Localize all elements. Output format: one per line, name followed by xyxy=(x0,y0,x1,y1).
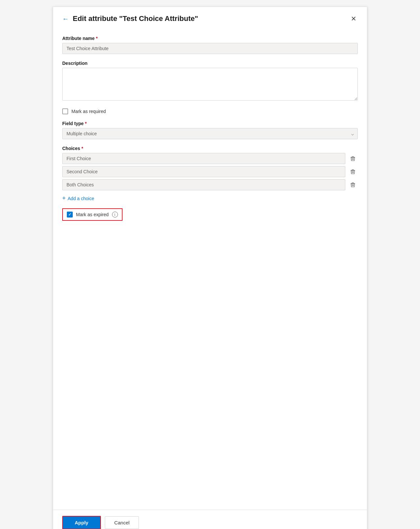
choice-input-1[interactable] xyxy=(62,153,345,164)
delete-choice-button-3[interactable] xyxy=(348,180,358,190)
field-type-label: Field type * xyxy=(62,121,358,126)
apply-button[interactable]: Apply xyxy=(62,516,101,529)
svg-rect-6 xyxy=(352,169,354,170)
checkmark-icon: ✓ xyxy=(68,212,71,217)
delete-choice-button-2[interactable] xyxy=(348,167,358,177)
description-group: Description xyxy=(62,61,358,102)
back-arrow-icon[interactable]: ← xyxy=(62,15,69,23)
mark-expired-label: Mark as expired xyxy=(76,212,109,217)
description-label: Description xyxy=(62,61,358,66)
mark-required-checkbox[interactable] xyxy=(62,108,68,114)
choice-item xyxy=(62,153,358,164)
mark-required-row: Mark as required xyxy=(62,108,358,114)
field-type-required-star: * xyxy=(85,121,86,126)
choice-input-3[interactable] xyxy=(62,179,345,190)
plus-icon: + xyxy=(62,195,66,202)
panel-footer: Apply Cancel xyxy=(53,510,367,529)
trash-icon xyxy=(350,169,356,175)
cancel-button[interactable]: Cancel xyxy=(105,516,139,529)
attribute-name-input[interactable] xyxy=(62,43,358,54)
svg-rect-1 xyxy=(352,156,354,157)
field-type-select-wrapper: Multiple choice Single choice Text Date … xyxy=(62,128,358,139)
attribute-name-group: Attribute name * xyxy=(62,36,358,54)
mark-required-label: Mark as required xyxy=(71,109,106,114)
spacer xyxy=(62,227,358,503)
close-button[interactable]: ✕ xyxy=(350,13,358,24)
info-icon[interactable]: i xyxy=(112,212,118,217)
attribute-name-label: Attribute name * xyxy=(62,36,358,41)
field-type-group: Field type * Multiple choice Single choi… xyxy=(62,121,358,139)
panel-header: ← Edit attribute "Test Choice Attribute"… xyxy=(53,7,367,29)
svg-rect-11 xyxy=(352,182,354,183)
add-choice-label: Add a choice xyxy=(68,196,94,201)
edit-attribute-panel: ← Edit attribute "Test Choice Attribute"… xyxy=(53,7,367,529)
choice-item xyxy=(62,179,358,190)
choices-required-star: * xyxy=(81,146,83,151)
trash-icon xyxy=(350,182,356,188)
required-star: * xyxy=(96,36,98,41)
trash-icon xyxy=(350,156,356,161)
mark-expired-checkbox[interactable]: ✓ xyxy=(67,212,73,217)
choice-item xyxy=(62,166,358,177)
add-choice-button[interactable]: + Add a choice xyxy=(62,194,94,203)
choices-list xyxy=(62,153,358,190)
mark-expired-row: ✓ Mark as expired i xyxy=(62,208,123,221)
choices-group: Choices * xyxy=(62,146,358,221)
title-row: ← Edit attribute "Test Choice Attribute" xyxy=(62,14,198,23)
panel-body: Attribute name * Description Mark as req… xyxy=(53,29,367,510)
panel-title: Edit attribute "Test Choice Attribute" xyxy=(73,14,198,23)
delete-choice-button-1[interactable] xyxy=(348,154,358,163)
description-textarea[interactable] xyxy=(62,68,358,101)
choices-label: Choices * xyxy=(62,146,358,151)
choice-input-2[interactable] xyxy=(62,166,345,177)
field-type-select[interactable]: Multiple choice Single choice Text Date xyxy=(62,128,358,139)
